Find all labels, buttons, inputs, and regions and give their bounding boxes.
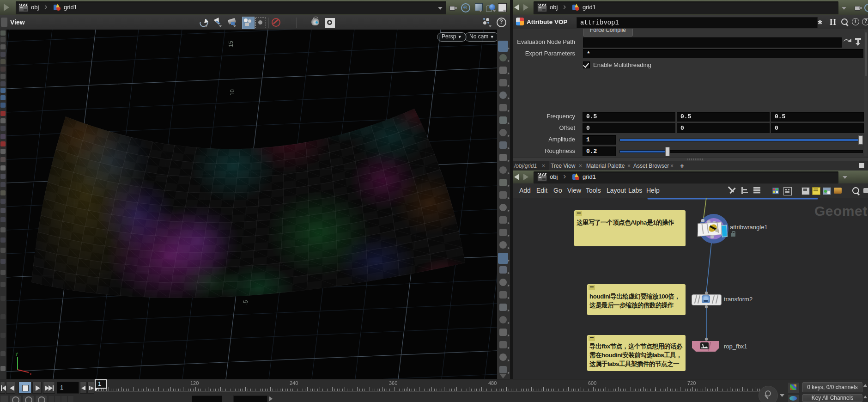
svg-text:y: y <box>16 351 18 356</box>
svg-text:x: x <box>30 372 32 376</box>
svg-text:15: 15 <box>228 41 234 47</box>
svg-text:10: 10 <box>229 89 236 96</box>
svg-text:-5: -5 <box>243 300 249 305</box>
